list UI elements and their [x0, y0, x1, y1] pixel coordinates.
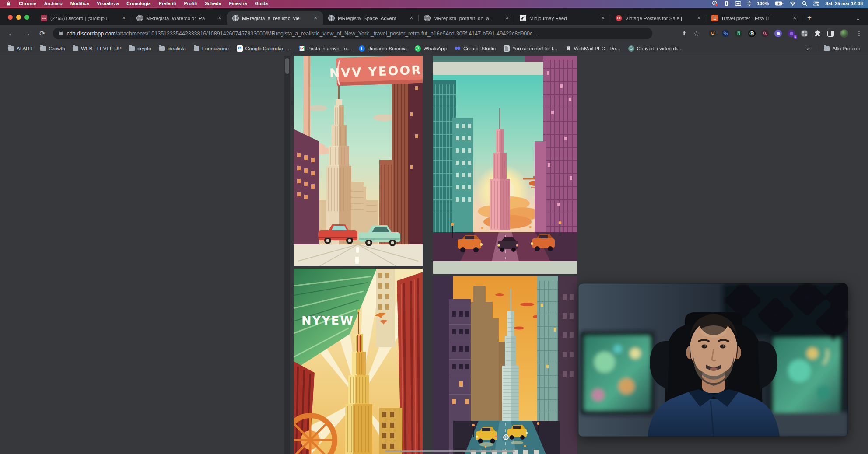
- bookmark-label: idealista: [168, 46, 186, 51]
- tab-close-icon[interactable]: ✕: [695, 14, 703, 22]
- folder-icon: [129, 46, 135, 51]
- bookmark-gmail[interactable]: Posta in arrivo - ri...: [294, 44, 355, 53]
- poster-new-york-retro-cars[interactable]: NVV YEOORE: [294, 56, 423, 266]
- menu-item-guida[interactable]: Guida: [255, 1, 268, 6]
- tab-close-icon[interactable]: ✕: [504, 14, 511, 22]
- back-button[interactable]: ←: [4, 30, 19, 38]
- bluetooth-icon[interactable]: [747, 1, 751, 6]
- bookmark-folder-formazione[interactable]: Formazione: [190, 44, 233, 53]
- menu-item-preferiti[interactable]: Preferiti: [159, 1, 176, 6]
- bookmark-folder-crypto[interactable]: crypto: [125, 44, 155, 53]
- tab-portrait[interactable]: MRregista_portrait_on_a_ ✕: [419, 11, 514, 25]
- bookmark-creator-studio[interactable]: Creator Studio: [451, 44, 500, 53]
- zoom-window-button[interactable]: [24, 15, 29, 20]
- apple-icon[interactable]: [6, 1, 11, 6]
- tab-realistic-view-active[interactable]: MRregista_a_realistic_vie ✕: [227, 11, 323, 25]
- webmail-icon: [565, 45, 571, 52]
- menu-item-visualizza[interactable]: Visualizza: [97, 1, 119, 6]
- sidebar-icon[interactable]: [827, 30, 834, 37]
- tab-close-icon[interactable]: ✕: [312, 14, 319, 22]
- scrollbar-thumb[interactable]: [285, 58, 289, 74]
- bookmark-folder-web-level-up[interactable]: WEB - LEVEL-UP: [69, 44, 125, 53]
- tab-vintage-posters[interactable]: Vintage Posters for Sale | ✕: [610, 11, 706, 25]
- bookmarks-bar: AI ART Growth WEB - LEVEL-UP crypto idea…: [0, 42, 868, 55]
- bookmark-label: WEB - LEVEL-UP: [81, 46, 121, 51]
- page-content: NVV YEOORE: [0, 56, 868, 454]
- bookmark-google-calendar[interactable]: 31Google Calendar -...: [233, 44, 295, 53]
- window-controls: [0, 15, 35, 25]
- address-bar[interactable]: cdn.discordapp.com/attachments/101351233…: [53, 28, 652, 39]
- chrome-menu-icon[interactable]: ⋮: [854, 30, 868, 37]
- poster-new-york-golden-rays[interactable]: NYYEW: [294, 269, 423, 454]
- display-icon[interactable]: [735, 1, 741, 6]
- forward-button[interactable]: →: [19, 30, 35, 38]
- tab-close-icon[interactable]: ✕: [599, 14, 607, 22]
- new-tab-button[interactable]: +: [802, 14, 818, 25]
- globe-icon: [232, 15, 239, 21]
- close-window-button[interactable]: [8, 15, 13, 20]
- bookmark-facebook[interactable]: fRiccardo Scrocca: [355, 44, 411, 53]
- horizontal-scrollbar[interactable]: [385, 450, 515, 452]
- spotlight-icon[interactable]: [802, 1, 807, 6]
- purple-extension-icon[interactable]: 6: [788, 30, 795, 37]
- bookmark-folder-ai-art[interactable]: AI ART: [4, 44, 36, 53]
- tab-search-chevron-icon[interactable]: ⌄: [852, 15, 868, 25]
- extensions-puzzle-icon[interactable]: [814, 30, 821, 37]
- menu-item-finestra[interactable]: Finestra: [229, 1, 247, 6]
- screen-record-icon[interactable]: [712, 1, 718, 6]
- profile-avatar[interactable]: [840, 29, 848, 38]
- ghost-extension-icon[interactable]: [774, 30, 782, 37]
- gmail-icon: [298, 45, 304, 52]
- h-extension-icon[interactable]: Ⓗ: [748, 30, 756, 37]
- minimize-window-button[interactable]: [16, 15, 21, 20]
- url-path: /attachments/1013512335442333816/1089142…: [116, 31, 539, 37]
- poster-new-york-sunset-cars[interactable]: [433, 56, 578, 274]
- tab-close-icon[interactable]: ✕: [791, 14, 798, 22]
- calendar-icon: 31: [237, 45, 243, 52]
- password-key-icon[interactable]: [761, 30, 769, 37]
- menu-item-scheda[interactable]: Scheda: [205, 1, 221, 6]
- menu-clock[interactable]: Sab 25 mar 12:08: [825, 1, 863, 6]
- vertical-scrollbar[interactable]: [284, 56, 290, 454]
- control-center-icon[interactable]: [813, 1, 819, 6]
- tab-space-adventure[interactable]: MRregista_Space_Advent ✕: [323, 11, 419, 25]
- bookmark-whatsapp[interactable]: WhatsApp: [411, 44, 451, 53]
- metamask-icon[interactable]: [709, 30, 716, 37]
- wave-extension-icon[interactable]: [722, 30, 729, 37]
- bookmark-altri-preferiti[interactable]: Altri Preferiti: [820, 44, 864, 53]
- bookmark-folder-idealista[interactable]: idealista: [155, 44, 190, 53]
- menu-item-profili[interactable]: Profili: [184, 1, 197, 6]
- bookmark-star-icon[interactable]: ☆: [693, 30, 699, 37]
- tab-discord[interactable]: (2765) Discord | @Midjou ✕: [35, 11, 131, 25]
- youtube-icon: [616, 15, 622, 21]
- bookmark-label: Posta in arrivo - ri...: [307, 46, 351, 51]
- tab-etsy[interactable]: E Travel poster - Etsy IT ✕: [706, 11, 802, 25]
- share-icon[interactable]: ⬆: [682, 30, 687, 37]
- url-text: cdn.discordapp.com/attachments/101351233…: [66, 31, 539, 37]
- bookmark-folder-growth[interactable]: Growth: [36, 44, 69, 53]
- menu-item-chrome[interactable]: Chrome: [19, 1, 36, 6]
- tab-midjourney-feed[interactable]: Midjourney Feed ✕: [514, 11, 610, 25]
- bookmark-converti-video[interactable]: Converti i video di...: [624, 44, 685, 53]
- lock-icon[interactable]: [59, 31, 63, 36]
- svg-text:E: E: [713, 16, 716, 21]
- bookmarks-overflow-icon[interactable]: »: [802, 45, 814, 52]
- folder-icon: [159, 46, 165, 51]
- tab-close-icon[interactable]: ✕: [216, 14, 224, 22]
- reload-button[interactable]: ⟳: [35, 29, 49, 38]
- tab-close-icon[interactable]: ✕: [408, 14, 415, 22]
- menu-item-modifica[interactable]: Modifica: [70, 1, 89, 6]
- poster-new-york-amber-taxis[interactable]: [433, 276, 578, 454]
- wifi-icon[interactable]: [790, 1, 796, 6]
- tab-watercolor[interactable]: MRregista_Watercolor_Pa ✕: [131, 11, 227, 25]
- shield-icon[interactable]: [724, 1, 729, 6]
- bookmark-webmail-pec[interactable]: WebMail PEC - De...: [561, 44, 624, 53]
- bookmark-you-searched[interactable]: You searched for I...: [500, 44, 561, 53]
- menu-item-archivio[interactable]: Archivio: [44, 1, 63, 6]
- menu-item-cronologia[interactable]: Cronologia: [126, 1, 150, 6]
- n-extension-icon[interactable]: N: [735, 30, 742, 37]
- tab-close-icon[interactable]: ✕: [120, 14, 128, 22]
- bookmark-label: crypto: [137, 46, 151, 51]
- grid-extension-icon[interactable]: [801, 30, 808, 37]
- battery-icon[interactable]: [775, 1, 784, 6]
